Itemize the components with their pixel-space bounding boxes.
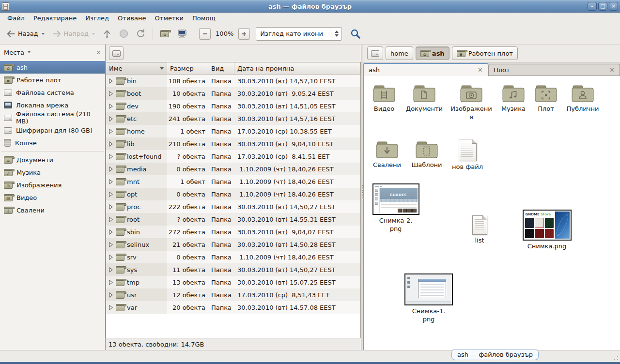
icon-view[interactable]: Видео Документи Изображения Музика Плот — [363, 76, 620, 350]
back-button[interactable]: Назад — [3, 27, 48, 41]
table-row[interactable]: mnt 1 обект Папка 1.10.2009 (чт) 18,40,2… — [106, 175, 360, 188]
sidebar-item-downloads[interactable]: Свалени — [0, 204, 105, 216]
sidebar-item-documents[interactable]: Документи — [0, 153, 105, 166]
up-button[interactable] — [99, 26, 115, 42]
expander-icon[interactable] — [109, 167, 113, 172]
sidebar-item-pictures[interactable]: Изображения — [0, 179, 105, 191]
expander-icon[interactable] — [109, 129, 113, 134]
sidebar-item-desktop[interactable]: Работен плот — [0, 74, 105, 86]
column-header-name[interactable]: Име — [106, 62, 167, 75]
file-item-new-file[interactable]: нов файл — [448, 139, 487, 171]
close-button[interactable]: × — [609, 2, 618, 11]
computer-button[interactable] — [173, 26, 191, 42]
table-row[interactable]: selinux 21 обекта Папка 30.03.2010 (вт) … — [106, 238, 360, 251]
folder-item-downloads[interactable]: Свалени — [368, 140, 406, 169]
zoom-in-button[interactable] — [238, 28, 250, 40]
breadcrumb-home-button[interactable]: home — [386, 46, 413, 60]
table-row[interactable]: etc 241 обекта Папка 30.03.2010 (вт) 14,… — [106, 112, 360, 125]
table-row[interactable]: proc 222 обекта Папка 30.03.2010 (вт) 14… — [106, 200, 360, 213]
table-row[interactable]: sys 11 обекта Папка 30.03.2010 (вт) 14,5… — [106, 263, 360, 276]
search-button[interactable] — [348, 26, 363, 42]
maximize-button[interactable]: □ — [598, 2, 607, 11]
table-row[interactable]: root ? обекта Папка 30.03.2010 (вт) 14,5… — [106, 213, 360, 226]
expander-icon[interactable] — [109, 78, 113, 84]
table-row[interactable]: var 20 обекта Папка 30.03.2010 (вт) 14,5… — [106, 301, 360, 314]
column-header-type[interactable]: Вид — [208, 62, 234, 75]
column-header-size[interactable]: Размер — [167, 62, 208, 75]
table-row[interactable]: lib 210 обекта Папка 30.03.2010 (вт) 9,0… — [106, 137, 360, 150]
sidebar-item-home[interactable]: ash — [0, 61, 105, 74]
taskbar-window-label[interactable]: ash — файлов браузър — [451, 349, 539, 360]
table-row[interactable]: usr 12 обекта Папка 17.03.2010 (ср) 8,51… — [106, 288, 360, 301]
tab-close-icon[interactable]: ✕ — [478, 67, 483, 73]
table-row[interactable]: media 0 обекта Папка 1.10.2009 (чт) 18,4… — [106, 163, 360, 175]
tab-plot[interactable]: Плот ✕ — [488, 64, 620, 76]
sidebar-item-encrypted[interactable]: Шифриран дял (80 GB) — [0, 124, 105, 136]
expander-icon[interactable] — [109, 229, 113, 235]
expander-icon[interactable] — [109, 292, 113, 298]
table-row[interactable]: opt 0 обекта Папка 1.10.2009 (чт) 18,40,… — [106, 188, 360, 200]
table-row[interactable]: lost+found ? обекта Папка 17.03.2010 (ср… — [106, 150, 360, 163]
expander-icon[interactable] — [109, 204, 113, 210]
minimize-button[interactable]: – — [588, 2, 597, 11]
folder-item-public[interactable]: Публични — [563, 84, 602, 113]
root-location-button[interactable] — [109, 46, 124, 60]
table-row[interactable]: srv 0 обекта Папка 1.10.2009 (чт) 18,40,… — [106, 251, 360, 263]
expander-icon[interactable] — [109, 116, 113, 121]
file-item-list[interactable]: list — [461, 215, 498, 245]
file-item-snimka1[interactable]: Снимка-1.png — [404, 273, 453, 324]
menu-item[interactable]: Изглед — [81, 14, 113, 23]
sidebar-item-trash[interactable]: Кошче — [0, 136, 105, 149]
folder-item-desktop[interactable]: Плот — [528, 84, 563, 113]
sidebar-item-network[interactable]: Локална мрежа — [0, 99, 105, 111]
expander-icon[interactable] — [109, 141, 113, 147]
menu-item[interactable]: Редактиране — [29, 14, 81, 23]
expander-icon[interactable] — [109, 192, 113, 197]
back-dropdown-icon[interactable] — [42, 33, 45, 35]
expander-icon[interactable] — [109, 255, 113, 260]
file-item-snimka2[interactable]: GUADEC Снимка-2.png — [372, 183, 420, 233]
expander-icon[interactable] — [109, 154, 113, 159]
sidebar-item-video[interactable]: Видео — [0, 191, 105, 204]
expander-icon[interactable] — [109, 104, 113, 109]
breadcrumb-desktop-button[interactable]: Работен плот — [452, 46, 518, 60]
folder-item-videos[interactable]: Видео — [365, 84, 403, 113]
table-row[interactable]: dev 190 обекта Папка 30.03.2010 (вт) 14,… — [106, 100, 360, 112]
stop-button[interactable] — [116, 26, 132, 42]
resize-grip[interactable] — [613, 355, 619, 361]
sidebar-close-icon[interactable]: ✕ — [96, 49, 101, 56]
menu-item[interactable]: Отиване — [113, 14, 150, 23]
breadcrumb-root-button[interactable] — [367, 46, 383, 60]
sidebar-title[interactable]: Места — [4, 49, 24, 56]
expander-icon[interactable] — [109, 179, 113, 184]
view-mode-select[interactable]: Изглед като икони — [256, 27, 342, 41]
file-item-snimka[interactable]: GNOMEStore Снимка.png — [517, 210, 577, 251]
home-button[interactable] — [157, 27, 172, 41]
spinner-icons[interactable] — [331, 28, 341, 40]
sidebar-mode-dropdown-icon[interactable] — [28, 51, 31, 53]
expander-icon[interactable] — [109, 267, 113, 273]
folder-item-pictures[interactable]: Изображения — [450, 84, 493, 121]
tab-close-icon[interactable]: ✕ — [609, 67, 615, 73]
breadcrumb-current-button[interactable]: ash — [416, 46, 450, 60]
sidebar-item-filesystem[interactable]: Файлова система — [0, 86, 105, 99]
expander-icon[interactable] — [109, 242, 113, 247]
column-header-modified[interactable]: Дата на промяна — [234, 62, 360, 75]
folder-item-templates[interactable]: Шаблони — [407, 140, 446, 169]
table-row[interactable]: home 1 обект Папка 17.03.2010 (ср) 10,38… — [106, 125, 360, 137]
folder-item-documents[interactable]: Документи — [404, 84, 444, 113]
tab-ash[interactable]: ash ✕ — [363, 63, 488, 76]
table-row[interactable]: boot 10 обекта Папка 30.03.2010 (вт) 9,0… — [106, 87, 360, 100]
folder-item-music[interactable]: Музика — [495, 84, 532, 113]
table-row[interactable]: bin 108 обекта Папка 30.03.2010 (вт) 14,… — [106, 75, 360, 87]
expander-icon[interactable] — [109, 305, 113, 310]
menu-item[interactable]: Файл — [3, 14, 29, 23]
expander-icon[interactable] — [109, 91, 113, 96]
sidebar-item-music[interactable]: Музика — [0, 166, 105, 179]
reload-button[interactable] — [133, 26, 149, 42]
sidebar-item-filesystem-210mb[interactable]: Файлова система (210 MB) — [0, 111, 105, 124]
expander-icon[interactable] — [109, 217, 113, 222]
menu-item[interactable]: Отметки — [150, 14, 187, 23]
menu-item[interactable]: Помощ — [188, 14, 220, 23]
expander-icon[interactable] — [109, 280, 113, 285]
